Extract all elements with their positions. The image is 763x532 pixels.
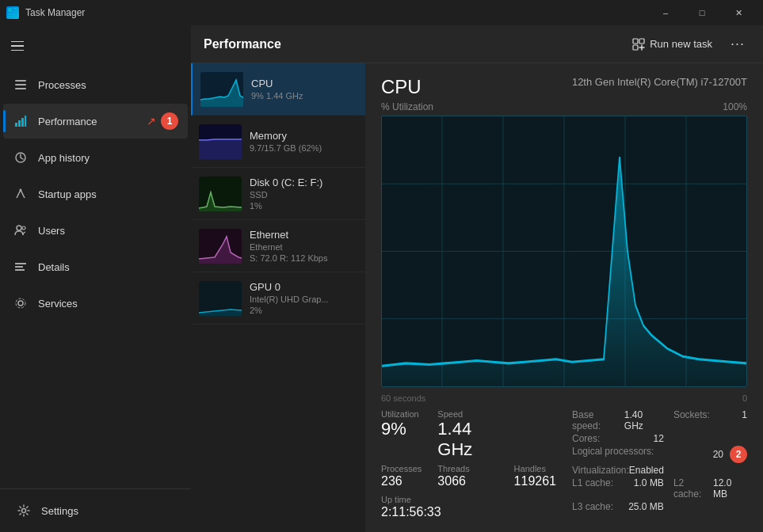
sidebar-top (0, 25, 191, 66)
threads-label: Threads (437, 464, 498, 473)
svg-rect-29 (199, 177, 242, 211)
run-task-icon (632, 38, 645, 51)
cpu-info-grid: Base speed: 1.40 GHz Sockets: 1 Cores: 1… (572, 409, 747, 512)
content-header: Performance Run new task ··· (191, 25, 763, 63)
svg-rect-7 (15, 88, 26, 89)
content-title: Performance (204, 37, 623, 51)
util-label-text: % Utilization (381, 101, 433, 112)
uptime-label: Up time (381, 495, 556, 504)
svg-point-15 (22, 226, 25, 230)
cores-row: Cores: 12 (572, 433, 664, 444)
svg-rect-0 (8, 8, 12, 12)
threads-stat: Threads 3066 (437, 464, 498, 488)
sidebar-item-performance[interactable]: Performance ↗ 1 (3, 104, 188, 139)
sockets-row: Sockets: 1 (673, 409, 747, 431)
sidebar-item-services[interactable]: Services (3, 286, 188, 321)
sidebar-item-startup-apps[interactable]: Startup apps (3, 177, 188, 211)
svg-rect-5 (15, 80, 26, 82)
device-item-cpu[interactable]: CPU 9% 1.44 GHz (191, 63, 365, 116)
svg-rect-3 (8, 13, 17, 15)
disk-info: Disk 0 (C: E: F:) SSD 1% (250, 177, 357, 211)
cpu-chart-svg (382, 116, 746, 386)
svg-rect-24 (633, 45, 638, 50)
device-item-ethernet[interactable]: Ethernet Ethernet S: 72.0 R: 112 Kbps (191, 220, 365, 272)
sidebar-item-app-history[interactable]: App history (3, 140, 188, 175)
l3-row: L3 cache: 25.0 MB (572, 501, 664, 512)
cpu-mini-chart (200, 72, 243, 107)
svg-rect-18 (15, 269, 25, 271)
left-stats: Utilization 9% Speed 1.44 GHz Processes … (381, 409, 556, 519)
more-button[interactable]: ··· (725, 32, 750, 57)
utilization-value: 9% (381, 419, 422, 439)
sidebar-label-details: Details (38, 261, 70, 273)
memory-thumbnail (199, 124, 242, 159)
handles-stat: Handles 119261 (514, 464, 556, 488)
app-history-icon (13, 150, 29, 165)
device-item-disk[interactable]: Disk 0 (C: E: F:) SSD 1% (191, 168, 365, 220)
sidebar-bottom: Settings (0, 488, 191, 532)
util-pct-text: 100% (723, 101, 747, 112)
speed-label: Speed (437, 409, 498, 419)
disk-sub2: SSD (250, 190, 357, 200)
main-container: Processes Performance ↗ 1 (0, 25, 763, 532)
svg-rect-10 (21, 118, 24, 127)
titlebar-title: Task Manager (25, 7, 647, 18)
sidebar-item-settings[interactable]: Settings (6, 493, 185, 528)
users-icon (13, 222, 29, 238)
speed-stat: Speed 1.44 GHz (437, 409, 498, 461)
settings-icon (16, 503, 32, 519)
sidebar-item-details[interactable]: Details (3, 249, 188, 284)
gpu-mini-chart (199, 281, 242, 316)
disk-name: Disk 0 (C: E: F:) (250, 177, 357, 188)
base-speed-val: 1.40 GHz (624, 409, 664, 431)
l3-key: L3 cache: (572, 501, 613, 512)
svg-rect-1 (13, 8, 17, 10)
svg-rect-9 (18, 120, 21, 127)
hamburger-button[interactable] (3, 32, 32, 60)
svg-point-20 (16, 298, 25, 308)
cpu-util-label: % Utilization 100% (381, 101, 747, 112)
logical-key: Logical processors: (572, 446, 654, 463)
device-item-gpu[interactable]: GPU 0 Intel(R) UHD Grap... 2% (191, 272, 365, 325)
svg-point-13 (20, 189, 22, 192)
gpu-sub2: Intel(R) UHD Grap... (250, 294, 357, 304)
cpu-thumbnail (200, 72, 243, 107)
sidebar-label-services: Services (38, 298, 78, 310)
performance-content: CPU 9% 1.44 GHz Memory (191, 63, 763, 532)
sidebar-item-processes[interactable]: Processes (3, 67, 188, 102)
svg-rect-11 (25, 116, 26, 127)
cpu-name: CPU (251, 78, 357, 89)
cpu-chart (381, 116, 747, 387)
sidebar-item-users[interactable]: Users (3, 213, 188, 248)
processes-stat: Processes 236 (381, 464, 422, 488)
services-icon (13, 295, 29, 311)
ethernet-mini-chart (199, 229, 242, 264)
disk-thumbnail (199, 177, 242, 211)
annotation-2: 2 (730, 446, 747, 463)
gpu-sub3: 2% (250, 306, 357, 315)
memory-info: Memory 9.7/15.7 GB (62%) (250, 130, 357, 153)
l1-key: L1 cache: (572, 477, 613, 500)
sidebar-label-users: Users (38, 225, 65, 237)
svg-rect-17 (15, 266, 23, 268)
close-button[interactable]: ✕ (720, 0, 757, 25)
l3-val: 25.0 MB (628, 501, 664, 512)
run-new-task-button[interactable]: Run new task (623, 33, 722, 55)
device-item-memory[interactable]: Memory 9.7/15.7 GB (62%) (191, 116, 365, 168)
svg-point-19 (18, 301, 23, 306)
chart-time-left: 60 seconds (381, 393, 425, 403)
maximize-button[interactable]: □ (684, 0, 720, 25)
chart-time-right: 0 (742, 393, 747, 403)
base-speed-key: Base speed: (572, 409, 624, 431)
memory-sub: 9.7/15.7 GB (62%) (250, 143, 357, 153)
virt-key: Virtualization: (572, 465, 629, 476)
minimize-button[interactable]: – (647, 0, 684, 25)
svg-rect-23 (639, 39, 644, 44)
l2-key: L2 cache: (673, 477, 713, 500)
processes-label: Processes (381, 464, 422, 473)
ethernet-sub3: S: 72.0 R: 112 Kbps (250, 253, 357, 263)
sidebar-label-startup-apps: Startup apps (38, 188, 97, 200)
svg-rect-8 (15, 123, 17, 127)
gpu-name: GPU 0 (250, 281, 357, 293)
logical-val: 20 (713, 449, 723, 460)
